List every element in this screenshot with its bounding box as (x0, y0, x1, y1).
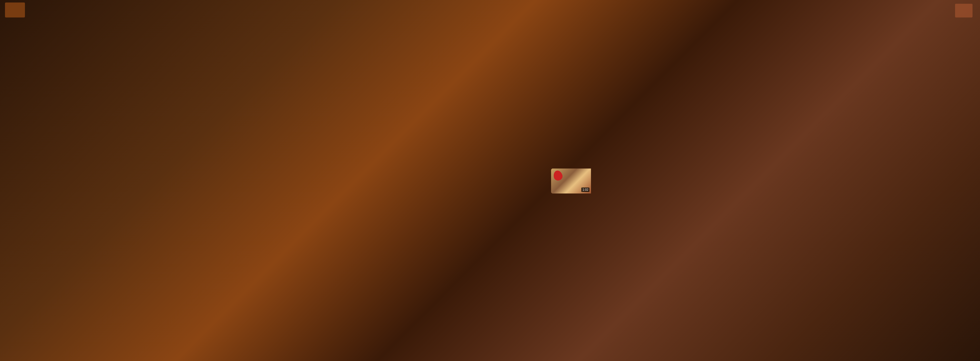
video-duration: 1:02 (581, 187, 590, 192)
main-container: Review snippet The Googlebot › how-to-ma… (328, 107, 652, 254)
recipe-bottom-image (438, 214, 542, 236)
video-thumbnail: 1:02 (551, 169, 591, 193)
recipe-gallery-card: Recipes Mailänderli (438, 128, 543, 237)
recipe-gallery-column: Recipe gallery Recipes (438, 107, 543, 254)
